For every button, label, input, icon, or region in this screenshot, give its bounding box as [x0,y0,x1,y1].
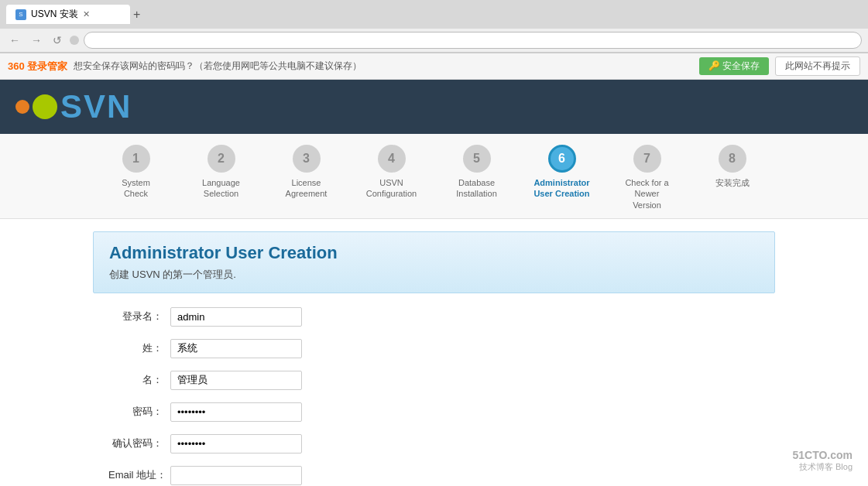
steps-wizard: 1 SystemCheck 2 LanguageSelection 3 Lice… [0,134,868,219]
step-4-circle: 4 [378,145,406,173]
page-header-box: Administrator User Creation 创建 USVN 的第一个… [93,231,775,293]
firstname-row: 名： [108,371,760,390]
firstname-label: 名： [108,373,170,387]
confirm-label: 确认密码： [108,436,170,450]
step-1-circle: 1 [122,145,150,173]
page-header-desc: 创建 USVN 的第一个管理员. [109,268,759,282]
step-3: 3 LicenseAgreement [264,145,349,210]
refresh-button[interactable]: ↺ [50,33,65,48]
home-icon [70,36,79,45]
back-button[interactable]: ← [6,33,23,48]
step-5-circle: 5 [463,145,491,173]
svn-logo: SVN [15,88,132,125]
password-row: 密码： [108,402,760,422]
browser-tab[interactable]: S USVN 安装 ✕ [6,5,130,24]
browser-titlebar: S USVN 安装 ✕ + [0,0,868,29]
step-8-circle: 8 [719,145,746,173]
step-2-label: LanguageSelection [202,177,240,200]
browser-chrome: S USVN 安装 ✕ + ← → ↺ [0,0,868,53]
step-7-label: Check for aNewerVersion [625,177,668,210]
lastname-row: 姓： [108,339,760,358]
security-brand: 360 登录管家 [8,60,67,74]
watermark-line1: 51CTO.com [792,449,853,461]
tab-title: USVN 安装 [31,8,78,21]
lastname-label: 姓： [108,341,170,355]
step-2-circle: 2 [208,145,235,173]
password-label: 密码： [108,405,170,419]
step-8: 8 安装完成 [690,145,775,210]
step-1: 1 SystemCheck [94,145,179,210]
form-area: 登录名： 姓： 名： 密码： 确认密码： Email 地址： [93,307,775,486]
lastname-input[interactable] [170,339,302,358]
login-row: 登录名： [108,307,760,327]
step-6: 6 AdministratorUser Creation [520,145,605,210]
forward-button[interactable]: → [28,33,45,48]
confirm-row: 确认密码： [108,434,760,453]
svn-header: SVN [0,80,868,134]
logo-text: SVN [60,88,132,125]
logo-dot-orange [15,100,29,114]
step-8-label: 安装完成 [715,177,750,188]
step-7-circle: 7 [633,145,661,173]
password-input[interactable] [170,402,302,422]
browser-favicon: S [15,9,26,20]
step-5: 5 DatabaseInstallation [434,145,520,210]
url-bar[interactable] [84,32,862,49]
step-4: 4 USVNConfiguration [349,145,434,210]
step-3-label: LicenseAgreement [286,177,328,200]
security-dismiss-button[interactable]: 此网站不再提示 [775,56,860,76]
step-2: 2 LanguageSelection [179,145,264,210]
step-6-circle: 6 [548,145,576,173]
main-content: Administrator User Creation 创建 USVN 的第一个… [0,231,868,486]
security-save-button[interactable]: 🔑 安全保存 [699,57,769,75]
step-4-label: USVNConfiguration [366,177,417,200]
firstname-input[interactable] [170,371,302,390]
page-header-title: Administrator User Creation [109,243,759,263]
step-3-circle: 3 [293,145,321,173]
browser-toolbar: ← → ↺ [0,29,868,53]
email-row: Email 地址： [108,466,760,485]
email-input[interactable] [170,466,302,485]
step-7: 7 Check for aNewerVersion [605,145,690,210]
step-5-label: DatabaseInstallation [456,177,497,200]
page-content: SVN 1 SystemCheck 2 LanguageSelection 3 … [0,80,868,486]
step-1-label: SystemCheck [122,177,150,200]
login-label: 登录名： [108,310,170,323]
security-message: 想安全保存该网站的密码吗？（若您使用网吧等公共电脑不建议保存） [74,60,692,73]
security-bar: 360 登录管家 想安全保存该网站的密码吗？（若您使用网吧等公共电脑不建议保存）… [0,53,868,80]
new-tab-button[interactable]: + [133,8,140,22]
email-label: Email 地址： [108,468,170,482]
tab-close-button[interactable]: ✕ [83,9,90,19]
watermark: 51CTO.com 技术博客 Blog [792,449,853,473]
step-6-label: AdministratorUser Creation [533,177,589,200]
confirm-input[interactable] [170,434,302,453]
login-input[interactable] [170,307,302,327]
logo-dot-green [33,94,57,119]
watermark-line2: 技术博客 Blog [792,461,853,473]
